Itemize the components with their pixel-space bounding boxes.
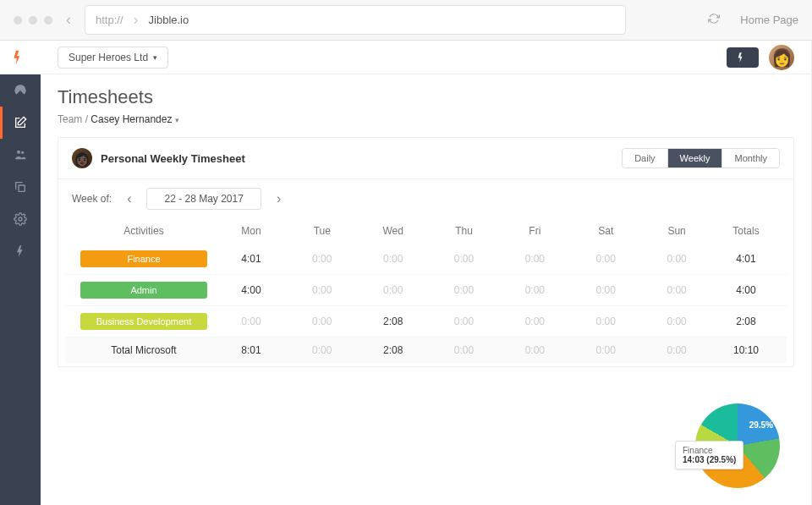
total-tue: 0:00 (287, 344, 358, 356)
svg-rect-2 (19, 185, 25, 191)
sidebar-item-settings[interactable] (0, 203, 41, 235)
total-wed: 2:08 (358, 344, 429, 356)
row-total: 4:01 (712, 253, 780, 265)
next-week-button[interactable]: › (272, 191, 286, 206)
url-domain: Jibble.io (149, 14, 189, 26)
col-fri: Fri (499, 225, 570, 237)
svg-point-3 (19, 217, 22, 221)
sidebar-item-copy[interactable] (0, 171, 41, 203)
main: Super Heroes Ltd ▾ 👩 Timesheets Team / C… (41, 41, 812, 505)
activity-pill[interactable]: Admin (80, 282, 207, 299)
timesheet-card: 👩🏿 Personal Weekly Timesheet Daily Weekl… (58, 137, 794, 367)
pie-tooltip: Finance 14:03 (29.5%) (675, 441, 743, 469)
table-header-row: Activities Mon Tue Wed Thu Fri Sat Sun T… (65, 218, 787, 244)
col-activities: Activities (72, 225, 216, 237)
topbar: Super Heroes Ltd ▾ 👩 (41, 41, 811, 74)
col-sat: Sat (570, 225, 641, 237)
col-mon: Mon (216, 225, 287, 237)
time-cell: 0:00 (429, 316, 500, 327)
time-cell: 0:00 (641, 253, 712, 265)
view-weekly-button[interactable]: Weekly (667, 149, 722, 167)
company-selector[interactable]: Super Heroes Ltd ▾ (58, 47, 168, 69)
time-cell: 0:00 (499, 316, 570, 327)
url-separator-icon: › (130, 11, 142, 29)
timesheet-table: Activities Mon Tue Wed Thu Fri Sat Sun T… (58, 218, 793, 363)
window-controls (14, 16, 52, 25)
time-cell: 0:00 (570, 284, 641, 296)
chevron-down-icon: ▾ (153, 53, 157, 62)
total-mon: 8:01 (216, 344, 287, 356)
time-cell: 0:00 (358, 253, 429, 265)
time-cell: 0:00 (641, 316, 712, 327)
pie-chart-container: 29.5% Finance 14:03 (29.5%) (695, 403, 788, 497)
svg-point-0 (17, 151, 20, 154)
view-monthly-button[interactable]: Monthly (721, 149, 779, 167)
sidebar-item-team[interactable] (0, 139, 41, 171)
view-toggle: Daily Weekly Monthly (622, 148, 780, 168)
refresh-icon[interactable] (708, 13, 720, 28)
maximize-window-icon[interactable] (44, 16, 52, 25)
table-row: Admin4:000:000:000:000:000:000:004:00 (65, 275, 787, 306)
pie-tooltip-value: 14:03 (29.5%) (683, 455, 736, 464)
browser-chrome: ‹ http:// › Jibble.io Home Page (0, 0, 812, 41)
sidebar-item-dashboard[interactable] (0, 74, 41, 107)
nav-back-icon[interactable]: ‹ (63, 11, 74, 29)
activity-pill[interactable]: Finance (80, 250, 207, 267)
time-cell: 0:00 (570, 316, 641, 327)
user-avatar[interactable]: 👩 (769, 45, 794, 70)
sidebar-item-power[interactable] (0, 235, 41, 267)
week-selector-row: Week of: ‹ 22 - 28 May 2017 › (58, 179, 793, 218)
breadcrumb-root[interactable]: Team (58, 113, 82, 125)
time-cell: 0:00 (429, 253, 500, 265)
table-row: Business Development0:000:002:080:000:00… (65, 306, 787, 338)
member-avatar: 👩🏿 (72, 148, 92, 168)
time-cell: 0:00 (287, 253, 358, 265)
home-page-link[interactable]: Home Page (740, 14, 798, 26)
card-header: 👩🏿 Personal Weekly Timesheet Daily Weekl… (58, 138, 793, 179)
row-total: 4:00 (712, 284, 780, 296)
time-cell: 0:00 (641, 284, 712, 296)
total-sat: 0:00 (570, 344, 641, 356)
clock-in-button[interactable] (727, 47, 759, 68)
prev-week-button[interactable]: ‹ (122, 191, 136, 206)
total-grand: 10:10 (712, 344, 780, 356)
total-sun: 0:00 (641, 344, 712, 356)
minimize-window-icon[interactable] (29, 16, 37, 25)
time-cell: 0:00 (287, 316, 358, 327)
url-protocol: http:// (96, 14, 123, 26)
time-cell: 0:00 (499, 284, 570, 296)
col-totals: Totals (712, 225, 780, 237)
close-window-icon[interactable] (14, 16, 22, 25)
view-daily-button[interactable]: Daily (623, 149, 667, 167)
url-bar[interactable]: http:// › Jibble.io (85, 5, 626, 35)
week-range-input[interactable]: 22 - 28 May 2017 (146, 188, 261, 210)
total-fri: 0:00 (499, 344, 570, 356)
total-row-label: Total Microsoft (72, 344, 216, 356)
time-cell: 0:00 (499, 253, 570, 265)
col-sun: Sun (641, 225, 712, 237)
svg-point-1 (21, 151, 24, 154)
pie-callout-label: 29.5% (749, 420, 773, 430)
sidebar (0, 41, 41, 505)
breadcrumb: Team / Casey Hernandez ▾ (58, 113, 811, 125)
time-cell: 0:00 (287, 284, 358, 296)
total-thu: 0:00 (429, 344, 500, 356)
time-cell: 0:00 (570, 253, 641, 265)
pie-tooltip-name: Finance (683, 446, 736, 455)
activity-pill[interactable]: Business Development (80, 313, 207, 330)
col-tue: Tue (287, 225, 358, 237)
card-title: Personal Weekly Timesheet (101, 152, 245, 165)
time-cell: 0:00 (216, 316, 287, 327)
chevron-down-icon[interactable]: ▾ (175, 116, 179, 124)
col-wed: Wed (358, 225, 429, 237)
time-cell: 0:00 (429, 284, 500, 296)
sidebar-item-timesheets[interactable] (0, 107, 41, 139)
content: Timesheets Team / Casey Hernandez ▾ 👩🏿 P… (41, 74, 811, 505)
company-selector-label: Super Heroes Ltd (69, 52, 148, 63)
week-label: Week of: (72, 193, 112, 205)
app-logo[interactable] (0, 41, 41, 74)
time-cell: 2:08 (358, 316, 429, 327)
time-cell: 4:00 (216, 284, 287, 296)
breadcrumb-current[interactable]: Casey Hernandez (91, 113, 172, 125)
table-total-row: Total Microsoft 8:01 0:00 2:08 0:00 0:00… (65, 338, 787, 363)
